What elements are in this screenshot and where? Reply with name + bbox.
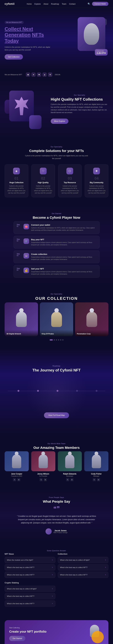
- team-title: Our Amazing Team Members: [4, 446, 108, 450]
- journey-content: Roadmap The Journey of Cyfonii NFT View …: [4, 356, 108, 428]
- connect-wallet-button[interactable]: Connect Wallet: [92, 2, 108, 6]
- solution-icon-1: ◈: [13, 168, 20, 174]
- step-desc-3: Suspendisse tristique ipsum a lorem plac…: [31, 256, 96, 260]
- faq-item-6[interactable]: What is the best way to collect NFT? +: [58, 572, 108, 578]
- solution-desc-3: Cyfonii is the premier marketplace for N…: [61, 185, 79, 194]
- nft-icon-5: ★: [48, 72, 52, 77]
- step-title-2: Buy your NFT: [31, 238, 96, 241]
- faq-column-right: Collection What is the best way to colle…: [58, 553, 108, 579]
- hq-right-content: Our Specialty Hight Quality NFT Collecti…: [51, 94, 108, 124]
- solution-title-2: High Quality: [34, 182, 52, 184]
- solutions-description: Cyfonii is the premier marketplace for N…: [24, 154, 89, 160]
- faq-item-8[interactable]: What is the best way to collect NFT? +: [4, 593, 55, 599]
- linkedin-icon-1[interactable]: in: [17, 478, 20, 481]
- journey-section: Roadmap The Journey of Cyfonii NFT View …: [0, 348, 113, 435]
- nav-link-home[interactable]: Home: [27, 3, 32, 5]
- about-nft-label: We are Metaverse NFT: [4, 74, 22, 76]
- hq-cta-button[interactable]: More Explore: [51, 118, 68, 124]
- dot-6[interactable]: [62, 339, 64, 340]
- step-desc-4: Suspendisse tristique ipsum a lorem plac…: [31, 270, 96, 275]
- step-number-4: Step 04: [17, 268, 21, 271]
- collection-figure-3: [86, 312, 97, 327]
- linkedin-icon-2[interactable]: in: [44, 478, 47, 481]
- become-section: Get Started Become a Cyfonii Player Now …: [0, 205, 113, 286]
- nav-link-explore[interactable]: Explore: [34, 3, 41, 5]
- dot-4[interactable]: [58, 339, 59, 340]
- solution-card-2: ♡ 02 High Quality Cyfonii is the premier…: [31, 164, 55, 197]
- cta-button[interactable]: Get Started: [9, 636, 25, 641]
- step-title-4: Sell your NFT: [31, 268, 96, 270]
- author-avatar: [46, 528, 52, 534]
- linkedin-icon-4[interactable]: in: [97, 478, 100, 481]
- dot-5[interactable]: [60, 339, 61, 340]
- cta-title: Create your NFT portfolio: [9, 630, 46, 634]
- price-label: Current Bid: [97, 50, 106, 52]
- faq-item-7[interactable]: What is the best way to collect nft figh…: [4, 586, 55, 592]
- team-card-4: Cody Fisher Manager 𝕏 in: [84, 451, 108, 481]
- hero-price-badge: Current Bid 2.26 ETH: [95, 49, 108, 56]
- twitter-icon-3[interactable]: 𝕏: [66, 478, 69, 481]
- team-socials-2: 𝕏 in: [31, 478, 55, 481]
- solutions-section: Our Speciality Complete Solutions for yo…: [0, 138, 113, 205]
- nav-logo: cyfonii: [4, 2, 14, 6]
- hero-cta-button[interactable]: Get Collection: [4, 54, 23, 60]
- hq-description: Cyfonii is the premier marketplace for N…: [51, 103, 108, 114]
- journey-tag: Roadmap: [8, 365, 105, 367]
- journey-title: The Journey of Cyfonii NFT: [8, 368, 105, 372]
- solution-desc-4: Cyfonii is the premier marketplace for N…: [87, 185, 106, 194]
- faq-arrow-9: +: [52, 602, 53, 604]
- team-card-2: Jenny Wilson Co Founder 𝕏 in: [31, 451, 55, 481]
- nft-icon-3: ■: [37, 72, 41, 77]
- cta-left: Start Collecting Create your NFT portfol…: [9, 627, 46, 641]
- faq-arrow-6: +: [105, 574, 106, 576]
- faq-item-5[interactable]: What is the best way to collect NFT? +: [58, 564, 108, 570]
- linkedin-icon-3[interactable]: in: [70, 478, 74, 481]
- team-name-3: Ralph Edwards: [58, 473, 82, 475]
- team-name-2: Jenny Wilson: [31, 473, 55, 475]
- step-icon-4: 💰: [24, 268, 29, 273]
- search-icon[interactable]: 🔍: [88, 2, 90, 5]
- dot-3[interactable]: [56, 339, 57, 340]
- solution-card-1: ◈ 01 Huge Collection Cyfonii is the prem…: [4, 164, 28, 197]
- solution-icon-4: ❖: [93, 168, 100, 174]
- solution-card-3: ⬡ 03 Top Resource Cyfonii is the premier…: [58, 164, 82, 197]
- nft-count: 20014k: [55, 74, 60, 76]
- faq-column-title-left: NFT Base: [4, 553, 55, 555]
- faq-item-4[interactable]: What is the best way to collect nft figh…: [58, 557, 108, 563]
- solution-num-2: 02: [34, 176, 52, 180]
- nav-link-about[interactable]: About: [44, 3, 48, 5]
- faq-item-9[interactable]: What is the best way to collect NFT? +: [4, 600, 55, 606]
- twitter-icon-4[interactable]: 𝕏: [93, 478, 96, 481]
- team-card-1: Jane Cooper Founder & CEO 𝕏 in: [4, 451, 29, 481]
- faq-arrow-2: +: [52, 566, 53, 568]
- team-avatar-4: [84, 451, 108, 471]
- hero-section: We are Metaverse NFT Collect Next Genera…: [0, 8, 113, 69]
- quote-icon: ❝❞: [4, 505, 108, 512]
- dot-2[interactable]: [54, 339, 55, 340]
- nft-icon-1: ◆: [26, 72, 30, 77]
- nav-link-contact[interactable]: Contact: [69, 3, 75, 5]
- solutions-grid: ◈ 01 Huge Collection Cyfonii is the prem…: [4, 164, 108, 197]
- faq-item-1[interactable]: When the module sum of the fight? +: [4, 557, 55, 563]
- collection-label-1: 3D Digital Artwork: [4, 330, 38, 336]
- nav-link-roadmap[interactable]: Roadmap: [51, 3, 59, 5]
- twitter-icon-1[interactable]: 𝕏: [13, 478, 16, 481]
- collection-label-2: King Of Pirates: [40, 330, 73, 336]
- twitter-icon-2[interactable]: 𝕏: [40, 478, 42, 481]
- steps-container: Step 01 👛 Connect your wallet Cyfonii is…: [14, 221, 100, 278]
- cta-tag: Start Collecting: [9, 627, 46, 628]
- cta-section: Start Collecting Create your NFT portfol…: [4, 620, 108, 644]
- dot-1[interactable]: [50, 339, 53, 340]
- nav-link-team[interactable]: Team: [62, 3, 66, 5]
- hero-nft-card: [78, 17, 105, 51]
- faq-item-2[interactable]: What is the best way to collect NFT? +: [4, 564, 55, 570]
- hq-nft-small2: [29, 115, 42, 129]
- faq-item-3[interactable]: What is the best way to collect NFT? +: [4, 572, 55, 578]
- testimonial-quote: " Curabitur eu est feugiat quam feugiat …: [15, 515, 98, 525]
- view-roadmap-button[interactable]: View Full Road Map: [44, 412, 69, 418]
- team-socials-4: 𝕏 in: [84, 478, 108, 481]
- wing-figure: [14, 97, 28, 115]
- hq-section: Our Specialty Hight Quality NFT Collecti…: [0, 80, 113, 138]
- solution-num-4: 04: [87, 176, 106, 180]
- hq-tag: Our Specialty: [51, 94, 108, 96]
